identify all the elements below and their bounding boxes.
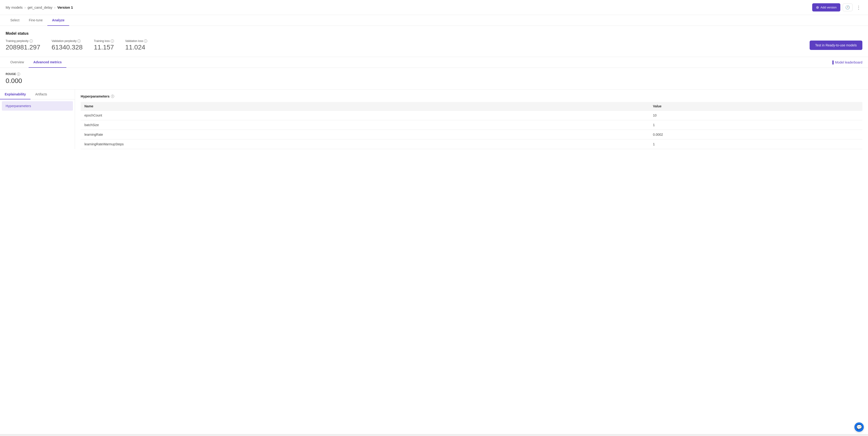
table-row: epochCount 10	[81, 111, 862, 120]
metrics-left: Training perplexity i 208981.297 Validat…	[6, 39, 147, 51]
table-row: learningRate 0.0002	[81, 130, 862, 139]
left-panel: Explainability Artifacts Hyperparameters	[0, 90, 75, 149]
col-name-header: Name	[81, 102, 649, 111]
more-menu-button[interactable]: ⋮	[855, 4, 862, 11]
rouge-section: ROUGE i 0.000	[6, 68, 862, 89]
rouge-label: ROUGE i	[6, 72, 862, 76]
history-icon: 🕐	[845, 5, 850, 9]
breadcrumb-version: Version 1	[57, 5, 73, 9]
metric-training-loss-value: 11.157	[94, 43, 114, 51]
metric-validation-perplexity-value: 61340.328	[52, 43, 83, 51]
validation-perplexity-info-icon[interactable]: i	[78, 39, 81, 43]
training-perplexity-info-icon[interactable]: i	[30, 39, 33, 43]
breadcrumb: My models › get_cand_delay › Version 1	[6, 5, 73, 9]
plus-circle-icon: ⊕	[816, 5, 819, 10]
left-menu-hyperparameters[interactable]: Hyperparameters	[2, 101, 73, 111]
metric-validation-loss-value: 11.024	[125, 43, 148, 51]
rouge-info-icon[interactable]: i	[17, 72, 20, 76]
tab-select[interactable]: Select	[6, 15, 24, 26]
metric-training-loss: Training loss i 11.157	[94, 39, 114, 51]
bar-chart-icon: ▐	[831, 60, 834, 64]
col-value-header: Value	[649, 102, 862, 111]
hp-value-cell: 0.0002	[649, 130, 862, 139]
hp-name-cell: learningRateWarmupSteps	[81, 139, 649, 149]
breadcrumb-my-models[interactable]: My models	[6, 5, 23, 9]
hp-value-cell: 1	[649, 120, 862, 130]
metric-validation-perplexity: Validation perplexity i 61340.328	[52, 39, 83, 51]
test-ready-to-use-button[interactable]: Test in Ready-to-use models	[810, 40, 862, 50]
model-status-title: Model status	[6, 31, 862, 36]
hyperparameters-title: Hyperparameters i	[81, 90, 862, 98]
sub-tab-overview[interactable]: Overview	[6, 57, 29, 68]
metric-validation-loss: Validation loss i 11.024	[125, 39, 148, 51]
sub-tab-advanced-metrics[interactable]: Advanced metrics	[29, 57, 66, 68]
leaderboard-label: Model leaderboard	[835, 60, 862, 64]
sub-tabs: Overview Advanced metrics	[6, 57, 66, 67]
hp-name-cell: learningRate	[81, 130, 649, 139]
add-version-button[interactable]: ⊕ Add version	[812, 3, 840, 11]
table-header-row: Name Value	[81, 102, 862, 111]
hp-name-cell: batchSize	[81, 120, 649, 130]
top-actions: ⊕ Add version 🕐 ⋮	[812, 3, 862, 11]
breadcrumb-get-cand-delay[interactable]: get_cand_delay	[28, 5, 53, 9]
history-button[interactable]: 🕐	[843, 3, 852, 11]
tab-fine-tune[interactable]: Fine-tune	[24, 15, 48, 26]
metric-training-perplexity-value: 208981.297	[6, 43, 40, 51]
add-version-label: Add version	[820, 6, 837, 9]
metric-training-perplexity: Training perplexity i 208981.297	[6, 39, 40, 51]
hp-value-cell: 1	[649, 139, 862, 149]
model-leaderboard-link[interactable]: ▐ Model leaderboard	[831, 60, 862, 64]
two-col-layout: Explainability Artifacts Hyperparameters…	[0, 89, 868, 149]
metric-validation-perplexity-label: Validation perplexity i	[52, 39, 83, 43]
table-row: learningRateWarmupSteps 1	[81, 139, 862, 149]
rouge-value: 0.000	[6, 77, 862, 85]
hp-value-cell: 10	[649, 111, 862, 120]
right-panel: Hyperparameters i Name Value epochCount …	[75, 90, 868, 149]
metric-training-perplexity-label: Training perplexity i	[6, 39, 40, 43]
breadcrumb-sep-1: ›	[25, 5, 26, 9]
exp-tab-explainability[interactable]: Explainability	[0, 90, 30, 99]
hyperparameters-table: Name Value epochCount 10 batchSize 1 lea…	[81, 102, 862, 149]
training-loss-info-icon[interactable]: i	[111, 39, 114, 43]
more-icon: ⋮	[856, 5, 861, 10]
metric-training-loss-label: Training loss i	[94, 39, 114, 43]
tab-analyze[interactable]: Analyze	[48, 15, 69, 26]
metrics-row: Training perplexity i 208981.297 Validat…	[6, 39, 862, 51]
top-bar: My models › get_cand_delay › Version 1 ⊕…	[0, 0, 868, 15]
metric-validation-loss-label: Validation loss i	[125, 39, 148, 43]
main-tab-bar: Select Fine-tune Analyze	[0, 15, 868, 26]
main-content: Model status Training perplexity i 20898…	[0, 26, 868, 149]
exp-tab-artifacts[interactable]: Artifacts	[30, 90, 52, 99]
hp-name-cell: epochCount	[81, 111, 649, 120]
explainability-tabs: Explainability Artifacts	[0, 90, 75, 99]
breadcrumb-sep-2: ›	[54, 5, 55, 9]
table-row: batchSize 1	[81, 120, 862, 130]
validation-loss-info-icon[interactable]: i	[144, 39, 147, 43]
sub-tab-wrapper: Overview Advanced metrics ▐ Model leader…	[0, 57, 868, 68]
hyperparameters-info-icon[interactable]: i	[111, 95, 114, 98]
